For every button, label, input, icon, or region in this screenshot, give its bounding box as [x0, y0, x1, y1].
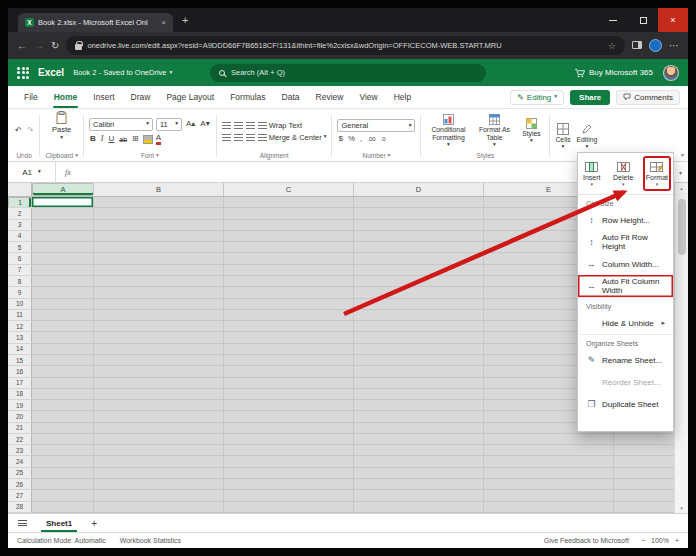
expand-formula-bar-icon[interactable]: ▾: [673, 169, 688, 176]
comments-button[interactable]: Comments: [616, 90, 680, 105]
row-header-3[interactable]: 3: [8, 220, 32, 231]
row-header-8[interactable]: 8: [8, 276, 32, 287]
browser-profile-avatar[interactable]: [649, 39, 662, 52]
conditional-formatting-button[interactable]: Conditional Formatting▾: [426, 114, 470, 147]
browser-tab[interactable]: X Book 2.xlsx - Microsoft Excel Onl ×: [18, 13, 173, 32]
row-header-5[interactable]: 5: [8, 242, 32, 253]
grid-cell[interactable]: [94, 434, 224, 445]
tab-data[interactable]: Data: [274, 86, 308, 108]
fill-color-icon[interactable]: [143, 135, 153, 144]
borders-icon[interactable]: ⊞: [131, 135, 140, 143]
align-left-icon[interactable]: [222, 134, 231, 141]
grid-cell[interactable]: [32, 378, 94, 389]
user-avatar[interactable]: [663, 65, 679, 81]
grid-cell[interactable]: [224, 310, 354, 321]
row-header-26[interactable]: 26: [8, 479, 32, 490]
grid-cell[interactable]: [354, 332, 484, 343]
grid-cell[interactable]: [94, 479, 224, 490]
grid-cell[interactable]: [94, 344, 224, 355]
vertical-scrollbar[interactable]: ▴ ▾: [674, 183, 688, 513]
grid-cell[interactable]: [32, 434, 94, 445]
grid-cell[interactable]: [354, 287, 484, 298]
number-format-select[interactable]: General▾: [337, 119, 415, 132]
row-header-12[interactable]: 12: [8, 321, 32, 332]
row-header-14[interactable]: 14: [8, 344, 32, 355]
align-center-icon[interactable]: [234, 134, 243, 141]
grid-cell[interactable]: [224, 231, 354, 242]
grid-cell[interactable]: [354, 502, 484, 513]
menu-item-column-width[interactable]: ↔Column Width...: [578, 253, 673, 275]
grid-cell[interactable]: [94, 242, 224, 253]
app-name[interactable]: Excel: [38, 67, 64, 78]
row-header-16[interactable]: 16: [8, 366, 32, 377]
grid-cell[interactable]: [354, 208, 484, 219]
grid-cell[interactable]: [354, 253, 484, 264]
delete-button[interactable]: Delete▾: [610, 156, 636, 191]
font-color-icon[interactable]: A: [156, 134, 161, 145]
merge-center-button[interactable]: Merge & Center▾: [258, 133, 327, 142]
menu-item-duplicate-sheet[interactable]: ❐Duplicate Sheet: [578, 393, 673, 415]
grid-cell[interactable]: [354, 411, 484, 422]
grid-cell[interactable]: [484, 456, 614, 467]
scrollbar-thumb[interactable]: [678, 199, 686, 255]
collapse-ribbon-icon[interactable]: ▾: [681, 151, 684, 158]
tab-view[interactable]: View: [351, 86, 385, 108]
grid-cell[interactable]: [224, 400, 354, 411]
grid-cell[interactable]: [224, 197, 354, 208]
column-header-b[interactable]: B: [94, 183, 224, 196]
grid-cell[interactable]: [354, 445, 484, 456]
row-header-25[interactable]: 25: [8, 468, 32, 479]
feedback-link[interactable]: Give Feedback to Microsoft: [544, 537, 629, 544]
grid-cell[interactable]: [94, 220, 224, 231]
align-middle-icon[interactable]: [234, 122, 243, 129]
grid-cell[interactable]: [94, 378, 224, 389]
increase-decimal-icon[interactable]: .00: [366, 136, 376, 142]
editing-mode-button[interactable]: ✎Editing▾: [510, 90, 564, 105]
tab-home[interactable]: Home: [46, 86, 86, 108]
grid-cell[interactable]: [224, 220, 354, 231]
tab-review[interactable]: Review: [308, 86, 352, 108]
grid-cell[interactable]: [354, 456, 484, 467]
new-tab-button[interactable]: +: [182, 14, 188, 26]
row-header-21[interactable]: 21: [8, 423, 32, 434]
grid-cell[interactable]: [32, 321, 94, 332]
grid-cell[interactable]: [32, 456, 94, 467]
row-header-4[interactable]: 4: [8, 231, 32, 242]
tab-formulas[interactable]: Formulas: [222, 86, 273, 108]
font-name-select[interactable]: Calibri▾: [89, 118, 153, 131]
refresh-icon[interactable]: ↻: [51, 41, 59, 51]
menu-item-row-height[interactable]: ↕Row Height...: [578, 209, 673, 231]
grid-cell[interactable]: [354, 378, 484, 389]
document-title[interactable]: Book 2 - Saved to OneDrive▾: [73, 68, 172, 77]
grid-cell[interactable]: [32, 265, 94, 276]
workbook-statistics-label[interactable]: Workbook Statistics: [120, 537, 181, 544]
row-header-2[interactable]: 2: [8, 208, 32, 219]
bold-icon[interactable]: B: [89, 135, 97, 143]
grid-cell[interactable]: [94, 310, 224, 321]
grid-cell[interactable]: [94, 253, 224, 264]
row-header-28[interactable]: 28: [8, 502, 32, 513]
grid-cell[interactable]: [224, 253, 354, 264]
grid-cell[interactable]: [484, 445, 614, 456]
grid-cell[interactable]: [354, 400, 484, 411]
format-as-table-button[interactable]: Format As Table▾: [476, 114, 512, 147]
row-header-7[interactable]: 7: [8, 265, 32, 276]
calculation-mode-label[interactable]: Calculation Mode: Automatic: [17, 537, 106, 544]
search-bar[interactable]: Search (Alt + Q): [210, 64, 486, 82]
grid-cell[interactable]: [354, 276, 484, 287]
italic-icon[interactable]: I: [100, 135, 105, 143]
tab-page-layout[interactable]: Page Layout: [158, 86, 222, 108]
grid-cell[interactable]: [32, 253, 94, 264]
grid-cell[interactable]: [224, 445, 354, 456]
grid-cell[interactable]: [32, 299, 94, 310]
grid-cell[interactable]: [224, 299, 354, 310]
column-header-a[interactable]: A: [32, 183, 94, 196]
grid-cell[interactable]: [224, 366, 354, 377]
grid-cell[interactable]: [32, 389, 94, 400]
wrap-text-button[interactable]: Wrap Text: [258, 121, 303, 130]
tab-help[interactable]: Help: [386, 86, 419, 108]
grid-cell[interactable]: [354, 366, 484, 377]
grid-cell[interactable]: [32, 231, 94, 242]
grow-font-icon[interactable]: A▴: [185, 120, 196, 128]
app-launcher-icon[interactable]: [17, 67, 29, 79]
